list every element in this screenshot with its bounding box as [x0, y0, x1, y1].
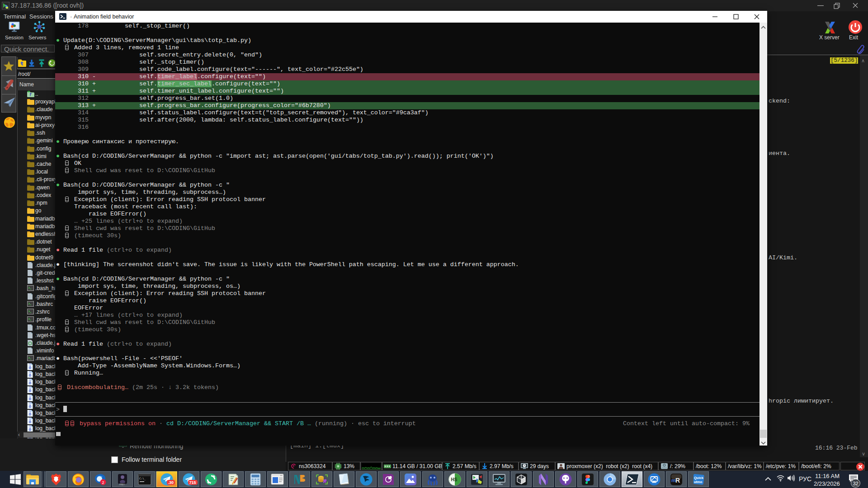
svg-text:utmo: utmo — [694, 480, 703, 484]
svg-text:Quick: Quick — [694, 476, 704, 480]
svg-text:C:\_: C:\_ — [139, 477, 146, 480]
svg-text:FREY: FREY — [119, 483, 125, 486]
svg-text:2: 2 — [102, 480, 104, 485]
svg-text:R: R — [675, 477, 680, 484]
svg-text:HS: HS — [451, 477, 457, 482]
